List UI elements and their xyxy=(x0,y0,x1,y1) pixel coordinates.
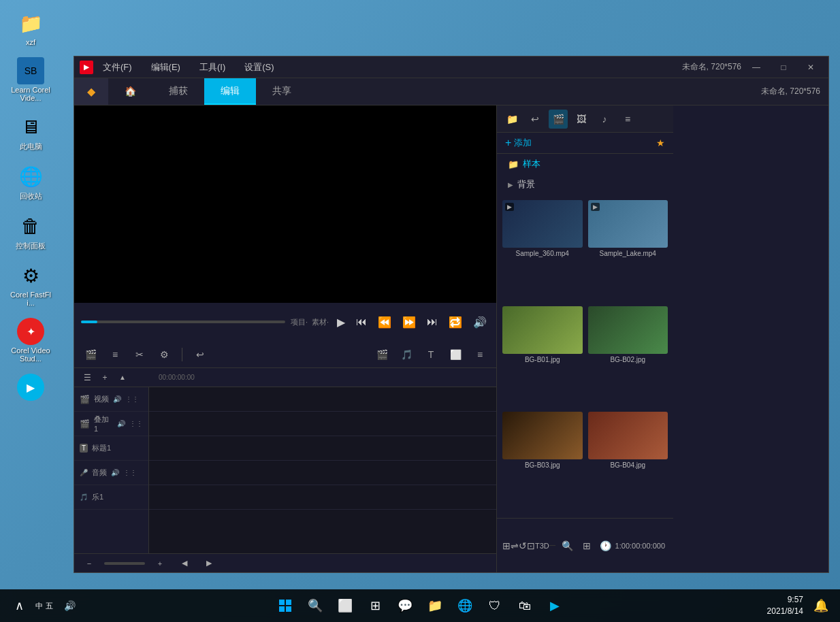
desktop-icon-corel-fastflick[interactable]: ✦ Corel VideoStud... xyxy=(7,315,54,365)
tl-prev-btn[interactable]: ◀ xyxy=(175,554,194,573)
media-item-bg-b03[interactable]: BG-B03.jpg xyxy=(502,412,583,512)
tl-timeline-btn[interactable]: ≡ xyxy=(106,345,125,364)
taskbar-store-button[interactable]: 🛍 xyxy=(511,592,538,619)
add-media-button[interactable]: + 添加 xyxy=(505,137,532,149)
br-rotate-btn[interactable]: ↺ xyxy=(519,536,527,555)
br-zoom-in-btn[interactable]: 🔍 xyxy=(558,536,577,555)
rp-undo-btn[interactable]: ↩ xyxy=(526,110,545,129)
taskbar-chevron-up[interactable]: ∧ xyxy=(5,592,33,619)
tl-next-btn[interactable]: ▶ xyxy=(199,554,219,573)
taskbar-taskview-button[interactable]: ⬜ xyxy=(332,592,359,619)
menu-settings[interactable]: 设置(S) xyxy=(240,59,278,76)
tl-track-up-btn[interactable]: ▲ xyxy=(115,370,130,385)
tl-sub-track-btn[interactable]: ≡ xyxy=(470,345,489,364)
tl-list-btn[interactable]: ☰ xyxy=(80,370,95,385)
rp-audio-btn[interactable]: ♪ xyxy=(595,110,614,129)
tab-capture[interactable]: 捕获 xyxy=(152,78,204,105)
tl-title-track-btn[interactable]: T xyxy=(421,345,440,364)
nav-logo-button[interactable]: ◆ xyxy=(74,78,108,105)
corel-videostudio-icon: ▶ xyxy=(17,374,44,401)
br-compare-btn[interactable]: ⇌ xyxy=(511,536,519,555)
br-crop-btn[interactable]: ⊡ xyxy=(527,536,535,555)
br-text-3d-btn[interactable]: T3D xyxy=(535,536,549,555)
step-forward-button[interactable]: ⏩ xyxy=(400,313,419,331)
taskbar-videostudio-button[interactable]: ▶ xyxy=(541,592,568,619)
preview-controls: 项目· 素材· ▶ ⏮ ⏪ ⏩ ⏭ 🔁 🔊 xyxy=(74,303,496,341)
br-clock-btn[interactable]: 🕐 xyxy=(596,536,615,555)
maximize-button[interactable]: □ xyxy=(771,59,796,76)
media-item-sample-360[interactable]: ▶ Sample_360.mp4 xyxy=(502,200,583,301)
panel-star-icon[interactable]: ★ xyxy=(656,137,665,148)
tab-edit[interactable]: 编辑 xyxy=(204,78,256,105)
taskbar-volume-icon[interactable]: 🔊 xyxy=(56,592,83,619)
play-button[interactable]: ▶ xyxy=(334,313,348,331)
tree-item-folder[interactable]: 📁 样本 xyxy=(497,154,673,174)
tab-share[interactable]: 共享 xyxy=(256,78,308,105)
track-label-video-text: 视频 xyxy=(94,394,109,404)
taskbar-widgets-button[interactable]: ⊞ xyxy=(361,592,389,619)
taskbar-chat-button[interactable]: 💬 xyxy=(391,592,419,619)
desktop-icon-this-pc-label: 此电脑 xyxy=(20,142,42,152)
tl-add-track-btn[interactable]: + xyxy=(97,370,112,385)
tl-undo-btn[interactable]: ↩ xyxy=(191,345,210,364)
tl-audio-track-btn[interactable]: 🎵 xyxy=(397,345,416,364)
tl-overlay-track-btn[interactable]: ⬜ xyxy=(446,345,465,364)
tl-storyboard-btn[interactable]: 🎬 xyxy=(81,345,100,364)
taskbar-security-button[interactable]: 🛡 xyxy=(481,592,508,619)
step-back-button[interactable]: ⏪ xyxy=(375,313,394,331)
tl-video-track-btn[interactable]: 🎬 xyxy=(372,345,391,364)
rp-list-btn[interactable]: ≡ xyxy=(618,110,637,129)
media-item-bg-b02[interactable]: BG-B02.jpg xyxy=(588,306,668,407)
media-label-bg-b02: BG-B02.jpg xyxy=(588,356,668,363)
br-grid-btn[interactable]: ⊞ xyxy=(502,536,511,555)
prev-frame-button[interactable]: ⏮ xyxy=(353,313,370,331)
rp-video-btn[interactable]: 🎬 xyxy=(549,110,568,129)
rp-image-btn[interactable]: 🖼 xyxy=(572,110,591,129)
desktop-icon-control-panel[interactable]: ⚙ Corel FastFli... xyxy=(7,259,54,310)
desktop-icon-recycle[interactable]: 🗑 控制面板 xyxy=(7,210,54,254)
media-item-bg-b04[interactable]: BG-B04.jpg xyxy=(588,412,668,512)
taskbar-date-text: 2021/8/14 xyxy=(767,606,803,617)
desktop-icon-network-label: 回收站 xyxy=(20,191,42,201)
media-item-sample-lake[interactable]: ▶ Sample_Lake.mp4 xyxy=(588,200,668,301)
preview-slider-fill xyxy=(81,321,97,323)
next-frame-button[interactable]: ⏭ xyxy=(424,313,440,331)
desktop-icon-corel-videostudio[interactable]: ▶ xyxy=(7,371,54,405)
timeline-bottom-bar: − + ◀ ▶ xyxy=(74,553,496,572)
taskbar-start-button[interactable] xyxy=(272,592,299,619)
taskbar-search-button[interactable]: 🔍 xyxy=(302,592,329,619)
taskbar-notification-button[interactable]: 🔔 xyxy=(807,592,835,619)
zoom-slider[interactable] xyxy=(104,562,145,565)
preview-slider[interactable] xyxy=(81,321,285,323)
media-item-bg-b01[interactable]: BG-B01.jpg xyxy=(502,306,583,407)
track-row-audio xyxy=(149,461,496,485)
menu-tools[interactable]: 工具(I) xyxy=(195,59,229,76)
br-fit-btn[interactable]: ⊞ xyxy=(577,536,596,555)
taskbar-edge-button[interactable]: 🌐 xyxy=(451,592,479,619)
volume-button[interactable]: 🔊 xyxy=(470,313,489,331)
tree-item-bg[interactable]: ▶ 背景 xyxy=(497,174,673,195)
menu-file[interactable]: 文件(F) xyxy=(99,59,136,76)
rp-folder-btn[interactable]: 📁 xyxy=(502,110,521,129)
track-overlay-audio-icon: 🔊 xyxy=(117,420,125,427)
folder-icon: 📁 xyxy=(17,10,44,37)
tl-fx-btn[interactable]: ⚙ xyxy=(155,345,174,364)
desktop-icon-this-pc[interactable]: 🖥 此电脑 xyxy=(7,110,54,154)
tl-zoom-in-btn[interactable]: + xyxy=(150,554,169,573)
media-thumb-bg-b02 xyxy=(588,306,668,354)
media-label-sample-360: Sample_360.mp4 xyxy=(502,250,583,257)
tab-home[interactable]: 🏠 xyxy=(108,78,152,105)
desktop-icon-network[interactable]: 🌐 回收站 xyxy=(7,160,54,204)
minimize-button[interactable]: — xyxy=(744,59,769,76)
tl-trim-btn[interactable]: ✂ xyxy=(130,345,149,364)
close-button[interactable]: ✕ xyxy=(798,59,823,76)
desktop-icon-xzf[interactable]: 📁 xzf xyxy=(7,7,54,49)
app-titlebar: ▶ 文件(F) 编辑(E) 工具(I) 设置(S) 未命名, 720*576 —… xyxy=(74,56,828,78)
timeline-filter-row: ☰ + ▲ 00:00:00:00 xyxy=(74,368,496,387)
menu-edit[interactable]: 编辑(E) xyxy=(147,59,184,76)
taskbar-explorer-button[interactable]: 📁 xyxy=(421,592,449,619)
tl-zoom-out-btn[interactable]: − xyxy=(80,554,99,573)
track-row-video xyxy=(149,387,496,412)
desktop-icon-learn-corel[interactable]: SB Learn Corel Vide... xyxy=(7,54,54,105)
repeat-button[interactable]: 🔁 xyxy=(446,313,465,331)
